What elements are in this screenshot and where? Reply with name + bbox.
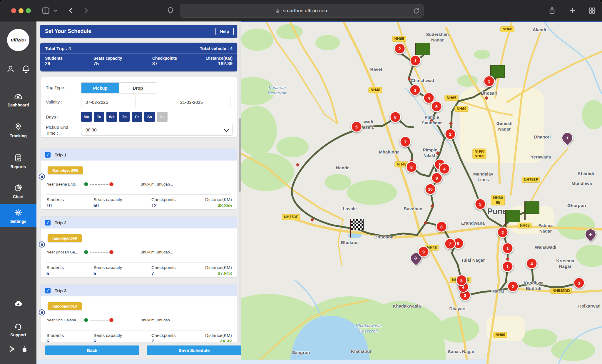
distance-value: 49.42 (205, 339, 232, 342)
day-chip-su[interactable]: Su (157, 112, 168, 122)
trip-1-radio[interactable] (39, 173, 45, 180)
days-selector: MoTuWeThFrSaSu (81, 112, 168, 122)
distance-value: 48.355 (205, 203, 232, 208)
checkpoint-marker-7[interactable]: 7 (400, 136, 411, 148)
sidebar-item-settings[interactable]: Settings (0, 204, 36, 227)
checkpoint-marker-4[interactable]: 4 (439, 163, 450, 175)
trip-2-vehicle-badge[interactable]: ramobject009 (48, 234, 82, 242)
day-chip-fr[interactable]: Fr (132, 112, 142, 122)
apple-icon[interactable] (21, 345, 28, 354)
panel-scrollbar[interactable] (239, 21, 241, 342)
address-bar[interactable]: smartbus.uffizio.com (180, 4, 424, 18)
summary-distance-value: 192.39 (204, 61, 233, 66)
validity-from-input[interactable]: 07-02-2025 (81, 97, 136, 107)
pickup-toggle[interactable]: Pickup (81, 83, 119, 93)
place-label: Bhosari (481, 91, 497, 96)
trip-1-vehicle-badge[interactable]: Ramobject008 (48, 166, 83, 174)
checkpoint-marker-1[interactable]: 1 (410, 55, 421, 66)
airport-pin-icon: ✈ (559, 130, 575, 146)
trip-2-checkbox[interactable]: ✓ (45, 220, 51, 226)
validity-to-input[interactable]: 21-03-2025 (176, 97, 230, 107)
tab-overview-icon[interactable] (588, 6, 596, 15)
app-download-button[interactable] (0, 299, 36, 309)
place-label: Bhugaon (374, 234, 394, 240)
sidebar-item-support[interactable]: Support (0, 322, 36, 337)
privacy-shield-icon[interactable] (166, 6, 175, 15)
day-chip-sa[interactable]: Sa (144, 112, 155, 122)
back-button[interactable] (67, 6, 75, 15)
checkpoint-marker-5[interactable]: 5 (456, 275, 467, 286)
trip-3-checkbox[interactable]: ✓ (45, 288, 51, 293)
sidebar-item-reports[interactable]: Reports (0, 153, 36, 169)
trip-1-from: Near Beena Engli... (46, 182, 83, 186)
map-canvas[interactable]: NH60NH65NH48NH65NH60NH60 NH65NH48NH753FN… (241, 21, 602, 364)
day-chip-tu[interactable]: Tu (94, 112, 104, 122)
checkpoint-marker-1[interactable]: 1 (502, 243, 514, 254)
help-button[interactable]: Help (215, 28, 234, 35)
reload-icon[interactable] (412, 7, 420, 16)
checkpoint-marker-10[interactable]: 10 (425, 183, 436, 195)
forward-button[interactable] (82, 6, 90, 15)
sidebar-item-dashboard[interactable]: Dashboard (0, 92, 36, 107)
checkpoint-marker-1[interactable]: 1 (502, 261, 514, 272)
trip-3-title: Trip 3 (55, 288, 66, 293)
lock-icon (275, 9, 280, 14)
save-schedule-button[interactable]: Save Schedule (147, 345, 241, 355)
notifications-bell-icon[interactable] (21, 65, 30, 75)
day-chip-mo[interactable]: Mo (81, 112, 92, 122)
place-label: Sanas Nagar (448, 349, 475, 355)
zoom-window-button[interactable] (26, 8, 31, 13)
share-icon[interactable] (548, 6, 556, 15)
checkpoint-marker-5[interactable]: 5 (431, 101, 442, 112)
day-chip-th[interactable]: Th (119, 112, 130, 122)
trip-2-radio[interactable] (39, 241, 45, 248)
new-tab-icon[interactable] (568, 6, 577, 15)
checkpoint-marker-1[interactable]: 1 (484, 76, 495, 87)
schedule-form: Trip Type : Pickup Drop Validity : 07-02… (40, 77, 237, 137)
back-button-panel[interactable]: Back (45, 345, 139, 355)
sidebar-chevron-down-icon[interactable] (53, 8, 58, 13)
route-start-dot (84, 250, 88, 254)
checkpoint-marker-2[interactable]: 2 (445, 128, 456, 140)
checkpoint-marker-8[interactable]: 8 (436, 221, 447, 233)
trip-1-checkbox[interactable]: ✓ (45, 152, 51, 158)
checkpoint-marker-6[interactable]: 6 (390, 111, 401, 123)
google-play-icon[interactable] (8, 345, 16, 354)
trip-3-vehicle-badge[interactable]: ramobject013 (48, 302, 82, 310)
pickup-end-time-select[interactable]: 08:30 (81, 124, 233, 136)
minimize-window-button[interactable] (19, 8, 24, 13)
schedule-scroll-area[interactable]: Set Your Schedule Help Total Trip : 4 To… (36, 21, 239, 342)
horizontal-scrollbar[interactable] (36, 360, 486, 364)
sidebar-toggle-icon[interactable] (42, 6, 50, 15)
checkpoint-marker-9[interactable]: 9 (431, 172, 443, 184)
close-window-button[interactable] (11, 8, 16, 13)
checkpoint-marker-4[interactable]: 4 (526, 258, 538, 269)
checkpoint-marker-3[interactable]: 3 (573, 277, 585, 289)
user-icon[interactable] (6, 65, 15, 75)
checkpoint-marker-2[interactable]: 2 (497, 227, 509, 238)
trip-type-label: Trip Type : (46, 85, 78, 91)
distance-value: 47.913 (205, 271, 232, 276)
checkpoint-marker-2[interactable]: 2 (394, 43, 406, 54)
cloud-download-icon (14, 299, 23, 308)
route-start-dot (84, 182, 88, 186)
sidebar-item-tracking[interactable]: Tracking (0, 123, 36, 138)
road-badge-NH60-NH65: NH60 NH65 (472, 148, 486, 159)
trip-type-toggle: Pickup Drop (81, 82, 157, 93)
seats-value: 5 (93, 271, 151, 276)
students-label: Students (46, 197, 93, 202)
day-chip-we[interactable]: We (106, 112, 117, 122)
sidebar-item-label: Support (0, 333, 36, 337)
checkpoint-marker-8[interactable]: 8 (406, 161, 417, 173)
trip-3-header: ✓ Trip 3 (41, 285, 237, 296)
checkpoint-marker-7[interactable]: 7 (444, 238, 456, 250)
checkpoint-marker-9[interactable]: 9 (418, 246, 429, 258)
checkpoint-marker-5[interactable]: 5 (351, 121, 362, 133)
checkpoint-marker-2[interactable]: 2 (507, 281, 519, 292)
drop-toggle[interactable]: Drop (119, 83, 157, 93)
uffizio-logo[interactable]: uffizio› (7, 29, 29, 51)
checkpoint-marker-5[interactable]: 5 (475, 198, 486, 210)
sidebar-item-chart[interactable]: Chart (0, 183, 36, 199)
trip-3-radio[interactable] (39, 309, 45, 315)
checkpoint-marker-3[interactable]: 3 (409, 84, 421, 96)
